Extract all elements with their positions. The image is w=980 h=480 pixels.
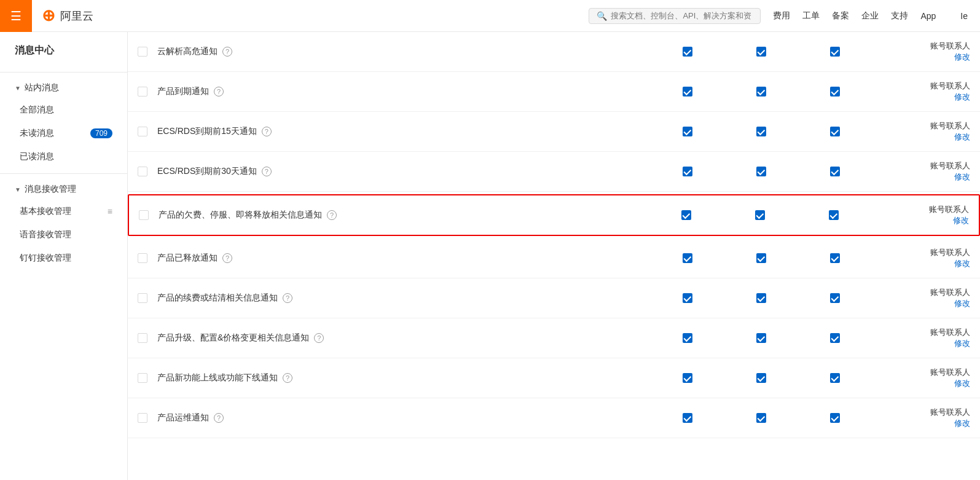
checkbox-checked[interactable] — [683, 293, 692, 303]
row-check-columns — [651, 293, 872, 303]
checkbox-checked[interactable] — [830, 333, 840, 343]
sidebar-item-all-messages[interactable]: 全部消息 — [0, 98, 127, 122]
checkbox-checked[interactable] — [683, 333, 692, 343]
nav-enterprise[interactable]: 企业 — [861, 10, 879, 22]
checkbox-checked[interactable] — [756, 293, 766, 303]
checkbox-checked[interactable] — [830, 373, 840, 383]
checkbox-unchecked[interactable] — [138, 127, 147, 136]
checkbox-checked[interactable] — [755, 210, 765, 220]
row-checkbox[interactable] — [138, 87, 157, 96]
nav-app[interactable]: App — [920, 11, 936, 21]
checkbox-checked[interactable] — [756, 373, 766, 383]
user-area[interactable]: Ie — [948, 11, 980, 21]
checkbox-checked[interactable] — [830, 253, 840, 263]
checkbox-checked[interactable] — [830, 127, 840, 136]
row-contact: 账号联系人修改 — [872, 287, 970, 309]
checkbox-checked[interactable] — [683, 373, 692, 383]
sidebar-item-read[interactable]: 已读消息 — [0, 145, 127, 168]
row-checkbox[interactable] — [139, 210, 159, 220]
row-checkbox[interactable] — [138, 293, 157, 303]
row-checkbox[interactable] — [138, 167, 157, 176]
sidebar-item-basic[interactable]: 基本接收管理 ≡ — [0, 200, 127, 223]
checkbox-checked[interactable] — [683, 413, 692, 423]
help-icon[interactable]: ? — [283, 373, 292, 383]
check-col-1 — [724, 127, 798, 136]
sidebar-section-management[interactable]: ▼ 消息接收管理 — [0, 179, 127, 200]
checkbox-checked[interactable] — [830, 413, 840, 423]
checkbox-checked[interactable] — [756, 127, 766, 136]
checkbox-checked[interactable] — [830, 47, 840, 57]
nav-fee[interactable]: 费用 — [773, 10, 790, 22]
sidebar-item-dingtalk[interactable]: 钉钉接收管理 — [0, 246, 127, 270]
search-icon: 🔍 — [597, 11, 607, 21]
row-checkbox[interactable] — [138, 47, 157, 57]
contact-edit-link[interactable]: 修改 — [872, 378, 970, 389]
checkbox-checked[interactable] — [683, 87, 692, 96]
checkbox-unchecked[interactable] — [138, 167, 147, 176]
sidebar-item-unread[interactable]: 未读消息 709 — [0, 122, 127, 145]
checkbox-unchecked[interactable] — [138, 293, 147, 303]
checkbox-checked[interactable] — [683, 253, 692, 263]
contact-edit-link[interactable]: 修改 — [872, 418, 970, 429]
hamburger-icon: ☰ — [10, 9, 22, 23]
checkbox-unchecked[interactable] — [138, 87, 147, 96]
row-checkbox[interactable] — [138, 127, 157, 136]
checkbox-checked[interactable] — [829, 210, 839, 220]
checkbox-checked[interactable] — [756, 47, 766, 57]
help-icon[interactable]: ? — [222, 253, 232, 263]
contact-edit-link[interactable]: 修改 — [872, 132, 970, 143]
layout: 消息中心 ▼ 站内消息 全部消息 未读消息 709 已读消息 ▼ 消息接收管理 … — [0, 32, 980, 480]
checkbox-checked[interactable] — [683, 127, 692, 136]
search-box[interactable]: 🔍 — [589, 8, 761, 24]
contact-label: 账号联系人 — [930, 81, 970, 90]
checkbox-checked[interactable] — [756, 87, 766, 96]
contact-edit-link[interactable]: 修改 — [872, 338, 970, 349]
checkbox-unchecked[interactable] — [138, 253, 147, 263]
help-icon[interactable]: ? — [222, 47, 232, 57]
checkbox-checked[interactable] — [681, 210, 691, 220]
logo-text: 阿里云 — [60, 9, 93, 23]
help-icon[interactable]: ? — [262, 167, 272, 176]
row-checkbox[interactable] — [138, 333, 157, 343]
sidebar-section-station[interactable]: ▼ 站内消息 — [0, 77, 127, 98]
checkbox-checked[interactable] — [683, 47, 692, 57]
nav-filing[interactable]: 备案 — [832, 10, 849, 22]
contact-edit-link[interactable]: 修改 — [872, 171, 970, 183]
nav-support[interactable]: 支持 — [891, 10, 908, 22]
checkbox-checked[interactable] — [756, 333, 766, 343]
contact-edit-link[interactable]: 修改 — [871, 215, 969, 226]
checkbox-checked[interactable] — [683, 167, 692, 176]
checkbox-unchecked[interactable] — [138, 47, 147, 57]
checkbox-checked[interactable] — [830, 87, 840, 96]
nav-ticket[interactable]: 工单 — [802, 10, 820, 22]
checkbox-unchecked[interactable] — [138, 373, 147, 383]
help-icon[interactable]: ? — [314, 333, 324, 343]
menu-button[interactable]: ☰ — [0, 0, 32, 32]
check-col-1 — [724, 413, 798, 423]
sidebar-item-voice[interactable]: 语音接收管理 — [0, 223, 127, 246]
help-icon[interactable]: ? — [327, 210, 337, 220]
search-input[interactable] — [611, 11, 753, 20]
checkbox-checked[interactable] — [756, 413, 766, 423]
check-col-0 — [651, 253, 724, 263]
checkbox-checked[interactable] — [756, 167, 766, 176]
checkbox-unchecked[interactable] — [139, 210, 149, 220]
row-checkbox[interactable] — [138, 253, 157, 263]
contact-edit-link[interactable]: 修改 — [872, 52, 970, 63]
row-checkbox[interactable] — [138, 413, 157, 423]
contact-edit-link[interactable]: 修改 — [872, 258, 970, 269]
checkbox-unchecked[interactable] — [138, 333, 147, 343]
checkbox-checked[interactable] — [830, 293, 840, 303]
contact-edit-link[interactable]: 修改 — [872, 298, 970, 309]
contact-edit-link[interactable]: 修改 — [872, 92, 970, 103]
help-icon[interactable]: ? — [214, 413, 224, 423]
help-icon[interactable]: ? — [214, 87, 224, 96]
checkbox-checked[interactable] — [756, 253, 766, 263]
help-icon[interactable]: ? — [262, 127, 272, 136]
checkbox-unchecked[interactable] — [138, 413, 147, 423]
checkbox-checked[interactable] — [830, 167, 840, 176]
help-icon[interactable]: ? — [283, 293, 292, 303]
row-check-columns — [651, 167, 872, 176]
row-contact: 账号联系人修改 — [872, 247, 970, 269]
row-checkbox[interactable] — [138, 373, 157, 383]
